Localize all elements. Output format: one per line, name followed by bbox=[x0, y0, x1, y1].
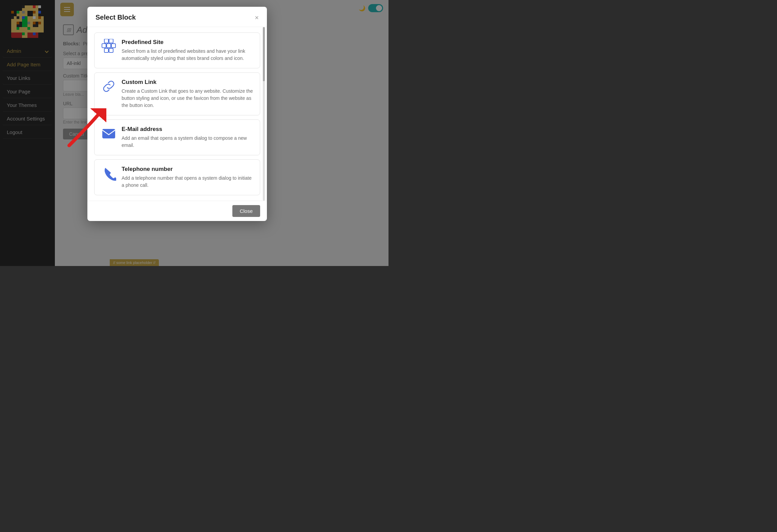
svg-rect-6 bbox=[104, 39, 108, 43]
select-block-modal: Select Block × Predefined Site Select fr… bbox=[87, 7, 267, 221]
modal-close-button[interactable]: × bbox=[255, 14, 259, 21]
block-desc-email: Add an email that opens a system dialog … bbox=[122, 135, 253, 149]
block-desc-custom-link: Create a Custom Link that goes to any we… bbox=[122, 88, 253, 109]
modal-footer: Close bbox=[87, 201, 267, 221]
block-desc-telephone: Add a telephone number that opens a syst… bbox=[122, 175, 253, 189]
block-desc-predefined-site: Select from a list of predefined website… bbox=[122, 48, 253, 62]
svg-rect-4 bbox=[104, 48, 108, 52]
block-option-custom-link[interactable]: Custom Link Create a Custom Link that go… bbox=[94, 72, 260, 115]
modal-body: Predefined Site Select from a list of pr… bbox=[87, 27, 267, 201]
boxes-icon bbox=[101, 39, 116, 54]
block-option-predefined-site[interactable]: Predefined Site Select from a list of pr… bbox=[94, 32, 260, 68]
modal-title: Select Block bbox=[96, 14, 136, 21]
svg-rect-2 bbox=[107, 44, 111, 48]
svg-rect-3 bbox=[111, 44, 115, 48]
block-option-email[interactable]: E-Mail address Add an email that opens a… bbox=[94, 119, 260, 155]
block-title-custom-link: Custom Link bbox=[122, 79, 253, 86]
block-content-predefined-site: Predefined Site Select from a list of pr… bbox=[122, 39, 253, 62]
block-title-email: E-Mail address bbox=[122, 126, 253, 133]
modal-scrollbar bbox=[263, 27, 265, 201]
svg-rect-1 bbox=[102, 44, 106, 48]
link-icon bbox=[101, 79, 116, 94]
svg-rect-8 bbox=[103, 129, 115, 138]
modal-scrollbar-thumb bbox=[263, 27, 265, 81]
email-icon bbox=[101, 126, 116, 141]
block-option-telephone[interactable]: Telephone number Add a telephone number … bbox=[94, 159, 260, 195]
block-content-email: E-Mail address Add an email that opens a… bbox=[122, 126, 253, 149]
modal-close-bottom-button[interactable]: Close bbox=[232, 205, 260, 217]
svg-rect-7 bbox=[109, 39, 113, 43]
block-content-custom-link: Custom Link Create a Custom Link that go… bbox=[122, 79, 253, 109]
svg-rect-5 bbox=[109, 48, 113, 52]
block-content-telephone: Telephone number Add a telephone number … bbox=[122, 166, 253, 189]
phone-icon bbox=[101, 166, 116, 181]
block-title-predefined-site: Predefined Site bbox=[122, 39, 253, 46]
block-title-telephone: Telephone number bbox=[122, 166, 253, 173]
modal-header: Select Block × bbox=[87, 7, 267, 27]
